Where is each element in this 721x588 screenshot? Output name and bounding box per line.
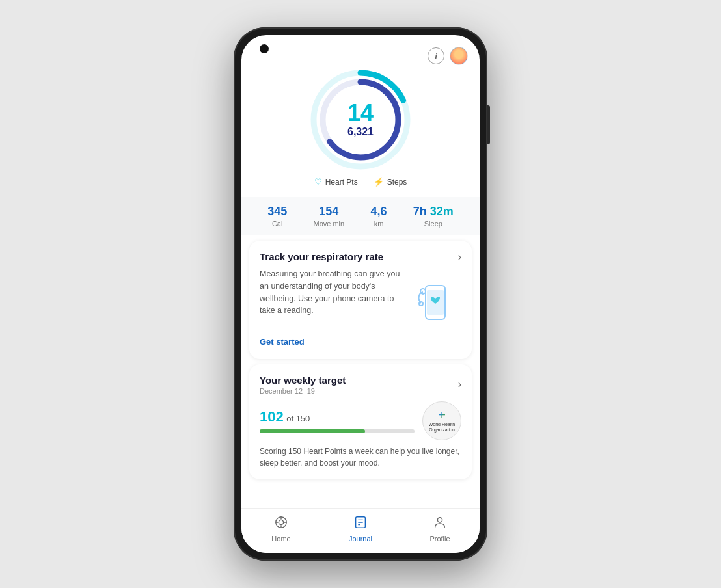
target-progress-area: 102 of 150 xyxy=(260,408,415,433)
sleep-label: Sleep xyxy=(413,220,454,228)
target-title: Your weekly target xyxy=(260,375,346,386)
svg-point-18 xyxy=(437,518,442,522)
weekly-target-card: Your weekly target December 12 -19 › 102… xyxy=(249,364,472,479)
steps-label: Steps xyxy=(387,178,407,187)
current-pts: 102 xyxy=(260,408,284,425)
sleep-value: 7h 32m xyxy=(413,205,454,219)
progress-bar-bg xyxy=(260,429,415,433)
nav-home[interactable]: Home xyxy=(241,513,321,545)
respiratory-card: Track your respiratory rate › Measuring … xyxy=(249,241,472,359)
who-text: World HealthOrganization xyxy=(429,422,455,433)
nav-journal[interactable]: Journal xyxy=(321,513,400,545)
respiratory-arrow-icon[interactable]: › xyxy=(458,251,461,263)
steps-value: 6,321 xyxy=(347,126,374,138)
nav-profile[interactable]: Profile xyxy=(400,513,480,545)
heart-pts-value: 14 xyxy=(347,101,374,125)
ring-legend: ♡ Heart Pts ⚡ Steps xyxy=(314,177,407,187)
stat-cal: 345 Cal xyxy=(267,205,287,228)
camera-hole xyxy=(260,44,269,53)
who-badge: + World HealthOrganization xyxy=(422,401,461,440)
legend-steps: ⚡ Steps xyxy=(374,177,407,187)
journal-nav-label: Journal xyxy=(349,535,372,542)
progress-label: 102 of 150 xyxy=(260,408,415,425)
stat-move: 154 Move min xyxy=(313,205,344,228)
of-total: of 150 xyxy=(286,414,310,423)
km-label: km xyxy=(370,220,387,228)
stat-km: 4,6 km xyxy=(370,205,387,228)
header-icons: i xyxy=(428,47,468,65)
heart-icon: ♡ xyxy=(314,177,322,187)
info-icon[interactable]: i xyxy=(428,47,444,64)
ring-center: 14 6,321 xyxy=(347,101,374,138)
target-header: Your weekly target December 12 -19 › xyxy=(260,375,461,395)
target-body: 102 of 150 + World HealthOrganization xyxy=(260,401,461,440)
ring-chart: 14 6,321 xyxy=(308,68,413,172)
profile-nav-label: Profile xyxy=(429,535,450,542)
target-header-left: Your weekly target December 12 -19 xyxy=(260,375,346,395)
ring-section: 14 6,321 ♡ Heart Pts ⚡ Steps xyxy=(241,61,480,197)
bottom-nav: Home Journal xyxy=(241,508,480,553)
steps-icon: ⚡ xyxy=(374,177,384,187)
stats-row: 345 Cal 154 Move min 4,6 km xyxy=(241,197,480,235)
km-value: 4,6 xyxy=(370,205,387,219)
move-label: Move min xyxy=(313,220,344,228)
respiratory-body-text: Measuring your breathing can give you an… xyxy=(260,268,401,349)
respiratory-card-body: Measuring your breathing can give you an… xyxy=(260,268,461,349)
journal-icon xyxy=(353,515,368,533)
target-arrow-icon[interactable]: › xyxy=(458,379,461,390)
avatar-image xyxy=(450,47,467,64)
move-value: 154 xyxy=(313,205,344,219)
who-plus-icon: + xyxy=(438,408,446,421)
target-date: December 12 -19 xyxy=(260,387,346,395)
phone-screen: i xyxy=(241,35,480,553)
svg-point-7 xyxy=(420,289,426,294)
home-icon xyxy=(274,515,288,533)
screen-content: 14 6,321 ♡ Heart Pts ⚡ Steps xyxy=(241,35,480,508)
phone-frame: i xyxy=(234,27,487,561)
stat-sleep: 7h 32m Sleep xyxy=(413,205,454,228)
svg-point-9 xyxy=(279,520,283,524)
svg-point-6 xyxy=(419,302,423,306)
respiratory-illustration xyxy=(409,268,461,349)
progress-bar-fill xyxy=(260,429,365,433)
target-body-text: Scoring 150 Heart Points a week can help… xyxy=(260,446,461,469)
bottom-spacer xyxy=(241,485,480,495)
heart-pts-label: Heart Pts xyxy=(325,178,358,187)
respiratory-svg xyxy=(411,280,460,336)
home-nav-label: Home xyxy=(271,535,290,542)
legend-heart-pts: ♡ Heart Pts xyxy=(314,177,358,187)
cal-value: 345 xyxy=(267,205,287,219)
get-started-link[interactable]: Get started xyxy=(260,336,305,349)
profile-icon xyxy=(433,515,447,533)
respiratory-card-header: Track your respiratory rate › xyxy=(260,251,461,263)
cal-label: Cal xyxy=(267,220,287,228)
respiratory-title: Track your respiratory rate xyxy=(260,251,383,262)
avatar[interactable] xyxy=(450,47,468,65)
